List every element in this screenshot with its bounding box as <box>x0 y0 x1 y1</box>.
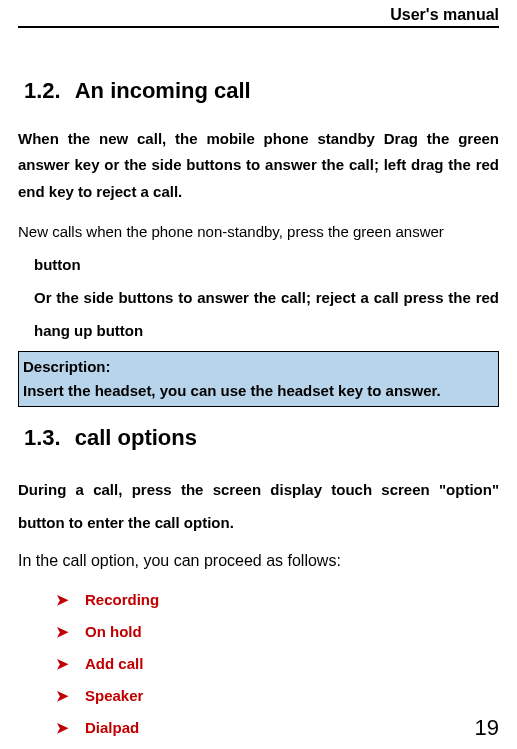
paragraph-2-line1: New calls when the phone non-standby, pr… <box>18 215 499 248</box>
list-text: Add call <box>85 655 143 672</box>
description-box: Description: Insert the headset, you can… <box>18 351 499 407</box>
list-item-recording: ➤ Recording <box>18 591 499 609</box>
list-item-on-hold: ➤ On hold <box>18 623 499 641</box>
section-1-3-heading: 1.3.call options <box>18 425 499 451</box>
paragraph-2-bold1: button <box>18 248 499 281</box>
chevron-icon: ➤ <box>56 655 69 673</box>
section-1-3-num: 1.3. <box>24 425 61 450</box>
list-text: On hold <box>85 623 142 640</box>
chevron-icon: ➤ <box>56 591 69 609</box>
section-1-2-title: An incoming call <box>75 78 251 103</box>
paragraph-1: When the new call, the mobile phone stan… <box>18 126 499 205</box>
description-text: Insert the headset, you can use the head… <box>23 379 494 403</box>
page-header: User's manual <box>18 6 499 28</box>
list-item-speaker: ➤ Speaker <box>18 687 499 705</box>
paragraph-4: In the call option, you can proceed as f… <box>18 545 499 577</box>
list-text: Speaker <box>85 687 143 704</box>
section-1-2-heading: 1.2.An incoming call <box>18 78 499 104</box>
paragraph-2-bold2: Or the side buttons to answer the call; … <box>18 281 499 347</box>
list-item-add-call: ➤ Add call <box>18 655 499 673</box>
section-1-2-num: 1.2. <box>24 78 61 103</box>
list-text: Dialpad <box>85 719 139 736</box>
page-number: 19 <box>475 715 499 741</box>
chevron-icon: ➤ <box>56 623 69 641</box>
chevron-icon: ➤ <box>56 719 69 737</box>
section-1-3-title: call options <box>75 425 197 450</box>
list-text: Recording <box>85 591 159 608</box>
paragraph-3: During a call, press the screen display … <box>18 473 499 539</box>
chevron-icon: ➤ <box>56 687 69 705</box>
description-title: Description: <box>23 355 494 379</box>
list-item-dialpad: ➤ Dialpad <box>18 719 499 737</box>
